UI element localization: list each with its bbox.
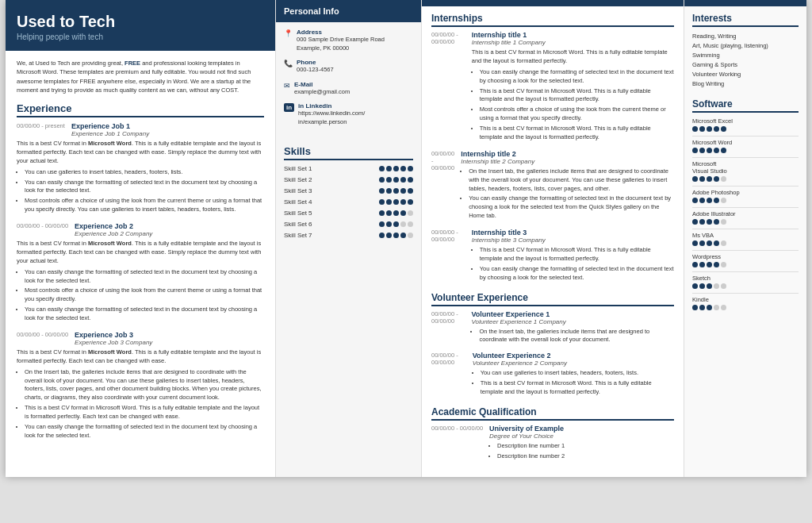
dot (692, 198, 698, 203)
sw-photoshop: Adobe Photoshop (692, 189, 799, 203)
dot (714, 240, 719, 246)
exp-desc-3: This is a best CV format in Microsoft Wo… (17, 348, 264, 366)
bullet: You can easily change the formatting of … (25, 306, 264, 323)
dot (699, 262, 705, 267)
skill-name-2: Skill Set 2 (284, 176, 312, 183)
exp-header-1: 00/00/00 - present Experience Job 1 Expe… (17, 122, 264, 140)
dot (707, 176, 712, 182)
dot (699, 305, 705, 310)
vol-dates-2: 00/00/00 - 00/00/00 (431, 352, 466, 366)
sw-dots-vba (692, 240, 799, 246)
bullet: You can use galleries to insert tables, … (481, 369, 674, 378)
exp-company-3: Experience Job 3 Company (75, 339, 264, 346)
dot (707, 305, 712, 310)
interest-art: Art, Music (playing, listening) (692, 41, 799, 51)
dot (408, 233, 413, 238)
bullet: Most controls offer a choice of using th… (480, 106, 674, 123)
sw-sep (692, 207, 799, 208)
sw-dots-sketch (692, 283, 799, 289)
location-icon: 📍 (284, 29, 293, 37)
vol-title-2: Volunteer Experience 2 (473, 352, 674, 360)
dot (386, 221, 392, 227)
skill-2: Skill Set 2 (284, 176, 413, 183)
dot (400, 221, 406, 227)
address-item: 📍 Address 000 Sample Drive Example RoadE… (284, 29, 413, 52)
dot (400, 233, 406, 238)
skill-dots-2 (379, 177, 413, 183)
sw-dots-wordpress (692, 262, 799, 267)
sw-sketch: Sketch (692, 275, 799, 289)
exp-bullets-3: On the Insert tab, the galleries include… (17, 368, 264, 440)
software-title: Software (692, 98, 799, 113)
dot (408, 199, 413, 205)
bullet: Description line number 2 (497, 452, 565, 461)
dot (400, 210, 406, 216)
address-label: Address (297, 29, 385, 36)
dot (699, 219, 705, 225)
dot (721, 148, 726, 153)
dot (692, 262, 698, 267)
vol-company-2: Volunteer Experience 2 Company (473, 360, 674, 367)
dot (699, 126, 705, 132)
sw-name-illustrator: Adobe Illustrator (692, 210, 799, 217)
exp-bullets-2: You can easily change the formatting of … (17, 268, 264, 323)
dot (379, 233, 385, 238)
exp-desc-1: This is a best CV format in Microsoft Wo… (17, 140, 264, 166)
dot (721, 198, 726, 203)
far-right-sidebar: Interests Reading, Writing Art, Music (p… (684, 0, 806, 477)
email-item: ✉ E-Mail example@gmail.com (284, 81, 413, 97)
intern-company-1: Internship title 1 Company (472, 39, 674, 46)
sw-sep (692, 136, 799, 137)
phone-icon: 📞 (284, 60, 293, 67)
dot (386, 177, 392, 183)
dot (386, 233, 392, 238)
bullet: You can easily change the formatting of … (469, 194, 674, 221)
bullet: You can easily change the formatting of … (480, 265, 674, 283)
skill-3: Skill Set 3 (284, 187, 413, 194)
dot (707, 240, 712, 246)
dot (707, 262, 712, 267)
bullet: You can easily change the formatting of … (480, 68, 674, 86)
skill-1: Skill Set 1 (284, 165, 413, 172)
skill-dots-1 (379, 166, 413, 171)
bullet: Most controls offer a choice of using th… (25, 197, 264, 214)
dot (393, 221, 399, 227)
sw-sep (692, 250, 799, 251)
dot (714, 262, 719, 267)
sw-name-photoshop: Adobe Photoshop (692, 189, 799, 196)
interests-title: Interests (692, 13, 799, 27)
intern-title-3: Internship title 3 (472, 229, 674, 237)
intern-title-2: Internship title 2 (461, 150, 674, 158)
exp-bullets-1: You can use galleries to insert tables, … (17, 168, 264, 214)
skill-5: Skill Set 5 (284, 210, 413, 217)
vol-2: 00/00/00 - 00/00/00 Volunteer Experience… (431, 352, 674, 398)
exp-item-3: 00/00/00 - 00/00/00 Experience Job 3 Exp… (17, 331, 264, 440)
sw-sep (692, 293, 799, 294)
vol-1: 00/00/00 - 00/00/00 Volunteer Experience… (431, 310, 674, 347)
intern-dates-2: 00/00/00 - 00/00/00 (431, 150, 454, 171)
intern-dates-3: 00/00/00 - 00/00/00 (431, 229, 465, 243)
vol-bullets-1: On the Insert tab, the galleries include… (471, 328, 674, 345)
sw-vs: MicrosoftVisual Studio (692, 160, 799, 182)
vol-dates-1: 00/00/00 - 00/00/00 (431, 310, 465, 325)
bullet: This is a best CV format in Microsoft Wo… (25, 404, 264, 421)
intern-company-3: Internship title 3 Company (472, 237, 674, 244)
dot (393, 177, 399, 183)
interest-gaming: Gaming & Sports (692, 60, 799, 70)
dot (699, 148, 705, 153)
sw-dots-word (692, 148, 799, 153)
sw-dots-excel (692, 126, 799, 132)
bullet: Description line number 1 (497, 442, 565, 451)
dot (692, 219, 698, 225)
exp-dates-1: 00/00/00 - present (17, 122, 65, 129)
skill-name-4: Skill Set 4 (284, 198, 312, 206)
dot (707, 219, 712, 225)
exp-title-1: Experience Job 1 (71, 122, 264, 130)
email-icon: ✉ (284, 82, 290, 90)
dot (379, 188, 385, 194)
intern-company-2: Internship title 2 Company (461, 158, 674, 165)
bullet: You can easily change the formatting of … (25, 268, 264, 286)
sw-dots-photoshop (692, 198, 799, 203)
sw-vba: Ms VBA (692, 232, 799, 246)
phone-item: 📞 Phone 000-123-4567 (284, 59, 413, 75)
